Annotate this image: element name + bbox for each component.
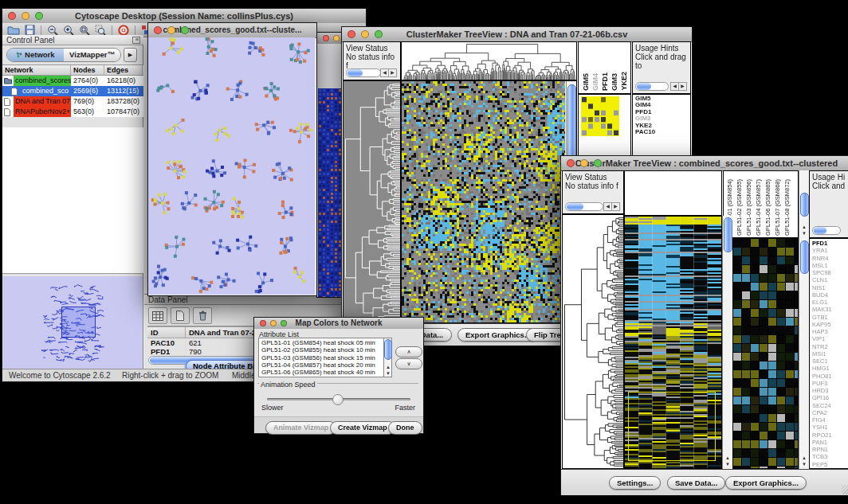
- network-view-canvas[interactable]: [148, 37, 315, 295]
- gene-label[interactable]: TCB3: [812, 453, 848, 460]
- gene-label[interactable]: SEC1: [812, 357, 848, 365]
- zoom-button[interactable]: [594, 159, 602, 167]
- tv2-status-hscroll-thumb[interactable]: [567, 203, 583, 210]
- float-panel-icon[interactable]: [132, 37, 140, 44]
- gene-label[interactable]: HAP3: [812, 328, 848, 335]
- tv2-row-dendrogram-panel[interactable]: [562, 214, 624, 469]
- zoom-button[interactable]: [35, 12, 43, 20]
- tv2-heatmap-vscrollbar[interactable]: ▲▼: [722, 216, 732, 469]
- scroll-up-down-arrows[interactable]: ▲▼: [800, 224, 808, 236]
- tv2-hints-hscrollbar[interactable]: [812, 226, 841, 235]
- gene-label[interactable]: BUD4: [812, 291, 848, 299]
- tv1-column-dendrogram-canvas[interactable]: [402, 42, 576, 80]
- tab-overflow-button[interactable]: ▶: [124, 48, 137, 62]
- gene-label[interactable]: SEC24: [812, 402, 848, 409]
- minimize-button[interactable]: [167, 26, 175, 34]
- network-overview-thumbnail[interactable]: [2, 276, 143, 369]
- gene-label[interactable]: CPA2: [812, 409, 848, 416]
- column-label[interactable]: GPL51-08 (GSM872): [783, 179, 791, 236]
- column-label[interactable]: PFD1: [601, 72, 609, 91]
- tab-vizmapper[interactable]: VizMapper™: [64, 49, 120, 61]
- tv1-row-dendrogram-canvas[interactable]: [344, 81, 400, 322]
- gene-label[interactable]: YSH1: [812, 424, 848, 431]
- close-button[interactable]: [347, 30, 355, 38]
- zoom-selected-button[interactable]: [92, 24, 108, 36]
- tv1-heatmap-canvas[interactable]: [402, 81, 565, 322]
- column-label[interactable]: GPL51-03 (GSM856): [745, 179, 752, 236]
- close-button[interactable]: [567, 159, 575, 167]
- minimize-button[interactable]: [22, 12, 29, 20]
- scroll-right-arrow[interactable]: ▶: [611, 202, 620, 211]
- zoom-fit-button[interactable]: [77, 24, 92, 36]
- scroll-right-arrow[interactable]: ▶: [388, 68, 397, 77]
- gene-label[interactable]: VIP1: [812, 335, 848, 342]
- tv1-hints-hscrollbar[interactable]: [635, 82, 669, 91]
- gene-label[interactable]: HMG1: [812, 365, 848, 372]
- treeview-dna-titlebar[interactable]: ClusterMaker TreeView : DNA and Tran 07-…: [342, 27, 692, 42]
- tv1-hints-hscroll-thumb[interactable]: [637, 83, 651, 90]
- gene-label[interactable]: GPI16: [812, 394, 848, 401]
- tv2-zoom-heatmap-canvas[interactable]: [733, 239, 798, 468]
- gene-label[interactable]: KAP95: [812, 321, 848, 328]
- attribute-list-vscroll-thumb[interactable]: [384, 339, 392, 360]
- gene-label[interactable]: GTB1: [812, 314, 848, 321]
- gene-label[interactable]: MSL1: [812, 262, 848, 269]
- attribute-list-item[interactable]: GPL51-02 (GSM855) heat shock 10 min: [261, 346, 382, 354]
- col-network[interactable]: Network: [2, 65, 71, 75]
- gene-label[interactable]: YRA1: [812, 247, 848, 254]
- gene-label[interactable]: CLN1: [812, 276, 848, 283]
- close-button[interactable]: [323, 35, 329, 41]
- gene-label[interactable]: FIG4: [812, 416, 848, 424]
- col-edges[interactable]: Edges: [104, 65, 143, 75]
- close-button[interactable]: [260, 320, 266, 326]
- scroll-up-down-arrows[interactable]: ▲▼: [800, 455, 808, 467]
- tv2-labels-vscroll-thumb[interactable]: [800, 193, 809, 217]
- zoom-button[interactable]: [281, 320, 287, 326]
- tv1-mini-heatmap-canvas[interactable]: [581, 96, 619, 136]
- tv2-zoom-vscroll-thumb[interactable]: [800, 240, 809, 274]
- zoom-button[interactable]: [375, 30, 383, 38]
- column-label[interactable]: GIM3: [610, 73, 618, 91]
- network-list-row[interactable]: DNA and Tran 07 769(0) 183728(0): [2, 96, 143, 107]
- col-nodes[interactable]: Nodes: [71, 65, 104, 75]
- new-attribute-button[interactable]: [171, 307, 190, 324]
- create-vizmap-button[interactable]: Create Vizmap: [330, 421, 395, 435]
- tv1-status-hscrollbar[interactable]: [346, 68, 381, 77]
- col-id[interactable]: ID: [147, 326, 186, 338]
- attribute-list-item[interactable]: GPL51-07 (GSM868) heat shock 60 min: [261, 376, 382, 377]
- attribute-list-vscrollbar[interactable]: ▲▼: [383, 338, 391, 377]
- gene-label[interactable]: PFD1: [812, 240, 848, 247]
- tv2-hints-hscroll-thumb[interactable]: [814, 227, 826, 234]
- gene-label[interactable]: HRD3: [812, 387, 848, 394]
- attribute-list-item[interactable]: GPL51-01 (GSM854) heat shock 05 min: [261, 339, 382, 346]
- tv2-zoom-heatmap-panel[interactable]: [732, 238, 799, 469]
- tv2-heatmap-panel[interactable]: [624, 216, 722, 469]
- tv2-export-graphics-button[interactable]: Export Graphics...: [725, 476, 807, 490]
- done-button[interactable]: Done: [388, 421, 422, 435]
- column-label[interactable]: GPL51-02 (GSM855): [736, 179, 743, 236]
- network-view-titlebar[interactable]: combined_scores_good.txt--cluste...: [148, 23, 316, 38]
- column-label[interactable]: GIM5: [582, 73, 590, 91]
- treeview-combined-titlebar[interactable]: ClusterMaker TreeView : combined_scores_…: [561, 156, 848, 171]
- column-label[interactable]: GPL51-07 (GSM868): [774, 179, 781, 236]
- attribute-list-item[interactable]: GPL51-06 (GSM865) heat shock 40 min: [261, 369, 382, 376]
- tv1-heatmap-panel[interactable]: ▲▼: [401, 80, 577, 323]
- help-button[interactable]: [116, 24, 132, 36]
- minimize-button[interactable]: [333, 35, 340, 41]
- gene-label[interactable]: MSI1: [812, 350, 848, 357]
- tv2-status-hscrollbar[interactable]: [565, 202, 603, 211]
- gene-label[interactable]: SPC98: [812, 269, 848, 276]
- close-button[interactable]: [154, 26, 162, 34]
- gene-label[interactable]: PAN1: [812, 439, 848, 446]
- dialog-titlebar[interactable]: Map Colors to Network: [254, 318, 423, 330]
- close-button[interactable]: [8, 12, 16, 20]
- gene-label[interactable]: PAC10: [635, 129, 690, 135]
- minimize-button[interactable]: [361, 30, 369, 38]
- zoom-in-button[interactable]: [61, 24, 77, 36]
- tab-network[interactable]: Network: [7, 49, 64, 61]
- resize-grip[interactable]: [842, 485, 848, 494]
- tv1-status-hscroll-thumb[interactable]: [347, 69, 363, 76]
- animate-vizmap-button[interactable]: Animate Vizmap: [265, 421, 336, 435]
- save-session-button[interactable]: [22, 24, 37, 36]
- tv2-column-dendrogram-panel[interactable]: [624, 170, 722, 216]
